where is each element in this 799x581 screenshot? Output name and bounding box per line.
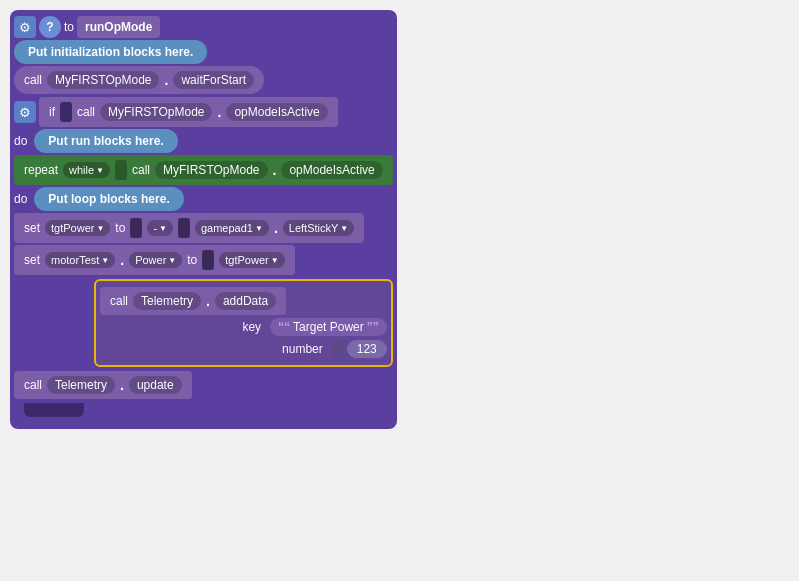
do-run-row: do Put run blocks here.: [14, 129, 393, 153]
repeat-while-row: repeat while ▼ call MyFIRSTOpMode . opMo…: [14, 155, 393, 185]
bottom-tab: [24, 403, 84, 417]
motortest-dropdown[interactable]: motorTest ▼: [45, 252, 115, 268]
key-row: key ““ Target Power ””: [100, 318, 387, 336]
tgtpower-value-dropdown[interactable]: tgtPower ▼: [219, 252, 284, 268]
init-placeholder-row: Put initialization blocks here.: [14, 40, 393, 64]
if-block[interactable]: if call MyFIRSTOpMode . opModeIsActive: [39, 97, 338, 127]
gear-icon-if[interactable]: ⚙: [14, 101, 36, 123]
telemetry-call-row: call Telemetry . addData: [100, 287, 387, 315]
outer-wrapper: ⚙ ? to runOpMode Put initialization bloc…: [10, 10, 397, 429]
run-placeholder: Put run blocks here.: [34, 129, 177, 153]
notch: [60, 102, 72, 122]
update-call-block[interactable]: call Telemetry . update: [14, 371, 192, 399]
highlighted-section: call Telemetry . addData key ““: [94, 279, 393, 367]
leftsticky-dropdown[interactable]: LeftStickY ▼: [283, 220, 354, 236]
set-motortest-row: set motorTest ▼ . Power ▼ to tgtPower ▼: [14, 245, 393, 275]
to-label: to: [64, 20, 74, 34]
call-block[interactable]: call MyFIRSTOpMode . waitForStart: [14, 66, 264, 94]
gear-icon[interactable]: ⚙: [14, 16, 36, 38]
minus-dropdown[interactable]: - ▼: [147, 220, 173, 236]
number-row: number 123: [100, 339, 387, 359]
notch: [115, 160, 127, 180]
gamepad1-dropdown[interactable]: gamepad1 ▼: [195, 220, 269, 236]
while-dropdown[interactable]: while ▼: [63, 162, 110, 178]
number-value-pill[interactable]: 123: [347, 340, 387, 358]
function-name-block: runOpMode: [77, 16, 160, 38]
if-method-pill: opModeIsActive: [226, 103, 327, 121]
bottom-connectors: [24, 403, 393, 417]
loop-placeholder: Put loop blocks here.: [34, 187, 183, 211]
class-pill: MyFIRSTOpMode: [47, 71, 159, 89]
power-dropdown[interactable]: Power ▼: [129, 252, 182, 268]
update-class-pill: Telemetry: [47, 376, 115, 394]
if-row: ⚙ if call MyFIRSTOpMode . opModeIsActive: [14, 97, 393, 127]
adddata-pill: addData: [215, 292, 276, 310]
repeat-block[interactable]: repeat while ▼ call MyFIRSTOpMode . opMo…: [14, 155, 393, 185]
notch: [332, 339, 344, 359]
repeat-class-pill: MyFIRSTOpMode: [155, 161, 267, 179]
header-row: ⚙ ? to runOpMode: [14, 16, 393, 38]
tgtpower-dropdown[interactable]: tgtPower ▼: [45, 220, 110, 236]
set-tgtpower-row: set tgtPower ▼ to - ▼ gamepad1 ▼ .: [14, 213, 393, 243]
notch: [130, 218, 142, 238]
open-quote: ““: [278, 320, 290, 334]
telemetry-class-pill: Telemetry: [133, 292, 201, 310]
set-block-2[interactable]: set motorTest ▼ . Power ▼ to tgtPower ▼: [14, 245, 295, 275]
update-call-row: call Telemetry . update: [14, 371, 393, 399]
update-method-pill: update: [129, 376, 182, 394]
telemetry-call-block[interactable]: call Telemetry . addData: [100, 287, 286, 315]
notch: [202, 250, 214, 270]
blocks-container: ⚙ ? to runOpMode Put initialization bloc…: [10, 10, 397, 429]
highlighted-wrapper: call Telemetry . addData key ““: [94, 279, 393, 367]
repeat-method-pill: opModeIsActive: [281, 161, 382, 179]
do-loop-row: do Put loop blocks here.: [14, 187, 393, 211]
key-string-pill[interactable]: ““ Target Power ””: [270, 318, 387, 336]
if-class-pill: MyFIRSTOpMode: [100, 103, 212, 121]
init-placeholder: Put initialization blocks here.: [14, 40, 207, 64]
set-block-1[interactable]: set tgtPower ▼ to - ▼ gamepad1 ▼ .: [14, 213, 364, 243]
method-pill: waitForStart: [173, 71, 254, 89]
notch2: [178, 218, 190, 238]
close-quote: ””: [367, 320, 379, 334]
question-icon[interactable]: ?: [39, 16, 61, 38]
call-waitforstart-row: call MyFIRSTOpMode . waitForStart: [14, 66, 393, 94]
